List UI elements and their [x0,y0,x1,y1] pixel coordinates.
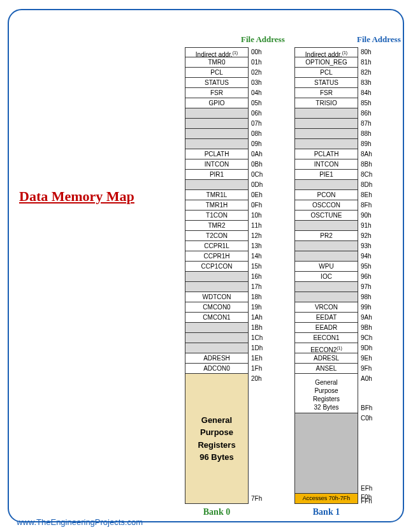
bank1-reg-row: PCLATH8Ah [294,149,377,159]
bank1-reg-row: 88h [294,129,377,139]
bank0-reg-cell: Indirect addr.(1) [185,47,249,57]
bank1-addr: 96h [358,272,377,282]
bank0-gpr-block: GeneralPurposeRegisters96 Bytes [185,374,249,504]
bank0-addr: 16h [249,272,268,282]
bank1-addr: 88h [358,129,377,139]
bank0-addr: 1Bh [249,323,268,333]
bank1-reg-row: PIE18Ch [294,170,377,180]
bank0-reg-row: 09h [185,139,268,149]
bank1-addr: 8Dh [358,180,377,190]
bank0-reg-cell: T2CON [185,231,249,241]
bank0-reg-row: TMR1H0Fh [185,200,268,211]
bank1-gpr-end-addr: BFh [358,403,377,413]
bank0-reg-cell: STATUS [185,78,249,88]
bank0-reg-row: PCLATH0Ah [185,149,268,159]
bank1-reg-cell: EEADR [294,323,358,333]
bank1-reg-cell [294,241,358,251]
bank0-addr: 1Dh [249,343,268,353]
bank1-addr: 94h [358,251,377,262]
bank0-reg-cell [185,108,249,119]
bank0-addr: 0Eh [249,190,268,200]
bank0-reg-cell: TMR0 [185,57,249,68]
bank0-reg-row: TMR1L0Eh [185,190,268,200]
bank1-reg-row: 98h [294,292,377,302]
bank1-reg-row: 97h [294,282,377,292]
bank0-addr: 1Fh [249,364,268,374]
bank1-addr: 81h [358,57,377,68]
bank0-addr: 0Ah [249,149,268,159]
bank0-addr: 0Dh [249,180,268,190]
bank0-reg-cell: CMCON1 [185,313,249,323]
bank0-reg-row: TMR211h [185,221,268,231]
bank1-addr: 82h [358,68,377,78]
bank0-reg-cell: FSR [185,88,249,98]
bank1-reg-row: EECON2(1)9Dh [294,343,377,353]
bank0-reg-cell [185,343,249,353]
bank1-reg-cell: TRISIO [294,98,358,108]
bank0-reg-row: 06h [185,108,268,119]
bank0-reg-row: TMR001h [185,57,268,68]
bank0-reg-cell: ADRESH [185,353,249,364]
bank1-gpr-start-addr: A0h [358,374,377,384]
bank0-reg-row: CCPR1L13h [185,241,268,251]
bank0-reg-cell: TMR1L [185,190,249,200]
bank1-reg-cell: OSCTUNE [294,211,358,221]
bank1-addr: 9Ah [358,313,377,323]
bank0-addr: 07h [249,119,268,129]
bank1-reg-cell [294,251,358,262]
bank0-addr: 17h [249,282,268,292]
bank0-addr: 03h [249,78,268,88]
bank1-addr: 8Fh [358,200,377,211]
bank0-addr: 14h [249,251,268,262]
bank0-reg-row: 17h [185,282,268,292]
bank1-reg-row: INTCON8Bh [294,159,377,170]
bank0-reg-row: 08h [185,129,268,139]
bank1-addr: 9Ch [358,333,377,343]
bank1-addr: 90h [358,211,377,221]
bank0-reg-cell: GPIO [185,98,249,108]
bank0-reg-row: INTCON0Bh [185,159,268,170]
bank0-reg-row: PIR10Ch [185,170,268,180]
bank1-reg-cell: FSR [294,88,358,98]
bank1-reg-row: PCON8Eh [294,190,377,200]
bank1-reg-cell: EECON1 [294,333,358,343]
bank1-reg-cell: STATUS [294,78,358,88]
bank1-reg-cell [294,129,358,139]
bank0-reg-row: FSR04h [185,88,268,98]
bank0-reg-cell [185,282,249,292]
bank0-reg-cell: CCP1CON [185,262,249,272]
bank0-addr: 12h [249,231,268,241]
diagram-title: Data Memory Map [19,188,166,205]
bank1-reserved-block [294,413,358,494]
bank0-reg-cell [185,272,249,282]
bank1-addr: 8Ah [358,149,377,159]
bank1-reg-cell: INTCON [294,159,358,170]
bank0-reg-row: 1Dh [185,343,268,353]
bank1-reg-row: EECON19Ch [294,333,377,343]
bank1-addr: 95h [358,262,377,272]
bank0-addr: 01h [249,57,268,68]
bank0-reg-row: 16h [185,272,268,282]
bank0-reg-row: T2CON12h [185,231,268,241]
bank1-reg-cell [294,119,358,129]
bank1-gpr-block: GeneralPurposeRegisters32 Bytes [294,374,358,413]
bank0-reg-row: CMCON11Ah [185,313,268,323]
bank1-label: Bank 1 [294,507,358,517]
bank0-label: Bank 0 [185,507,249,517]
bank0-addr: 15h [249,262,268,272]
bank0-reg-row: 1Ch [185,333,268,343]
bank0-reg-row: WDTCON18h [185,292,268,302]
bank1-reg-row: 86h [294,108,377,119]
bank1-reg-row: 8Dh [294,180,377,190]
bank0-reg-row: ADCON01Fh [185,364,268,374]
bank0-addr: 1Eh [249,353,268,364]
file-address-header-left: File Address [241,34,285,45]
bank0-addr: 06h [249,108,268,119]
bank1-reg-cell: PIE1 [294,170,358,180]
bank1-reg-row: 93h [294,241,377,251]
bank1-reg-row: 94h [294,251,377,262]
bank0-reg-row: Indirect addr.(1)00h [185,47,268,57]
bank0-reg-cell: CCPR1H [185,251,249,262]
bank1-addr: 91h [358,221,377,231]
bank0-reg-cell [185,333,249,343]
